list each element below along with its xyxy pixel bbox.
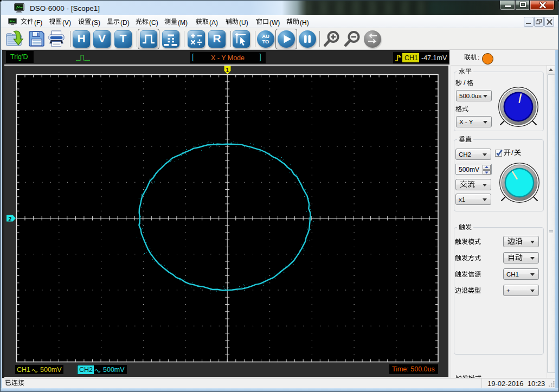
svg-text:1: 1 (226, 67, 229, 73)
svg-text:2: 2 (9, 216, 12, 222)
